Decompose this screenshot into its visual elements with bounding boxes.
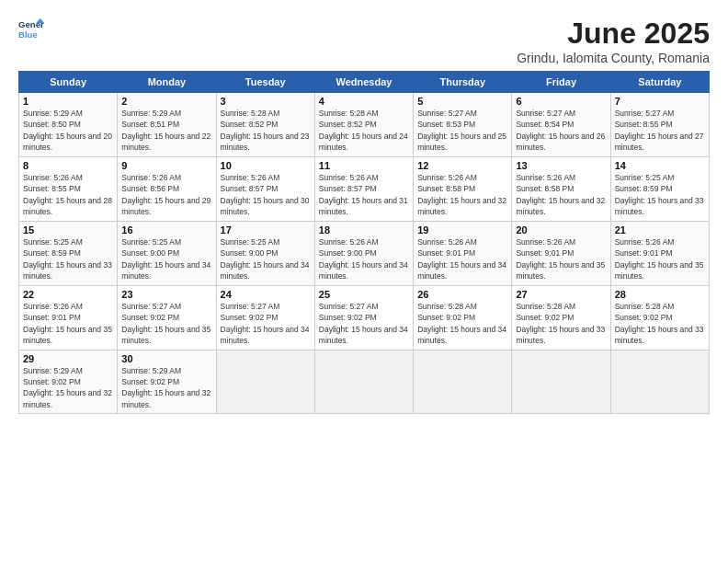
day-cell: 7Sunrise: 5:27 AMSunset: 8:55 PMDaylight… <box>610 93 709 157</box>
header-saturday: Saturday <box>610 72 709 93</box>
day-number: 1 <box>23 96 113 107</box>
day-detail: Sunrise: 5:27 AMSunset: 9:02 PMDaylight:… <box>121 302 210 345</box>
day-detail: Sunrise: 5:26 AMSunset: 9:00 PMDaylight:… <box>319 237 408 281</box>
day-cell: 21Sunrise: 5:26 AMSunset: 9:01 PMDayligh… <box>610 221 709 285</box>
day-number: 12 <box>417 160 507 171</box>
header-friday: Friday <box>512 72 610 93</box>
day-cell: 1Sunrise: 5:29 AMSunset: 8:50 PMDaylight… <box>19 93 118 157</box>
day-cell: 3Sunrise: 5:28 AMSunset: 8:52 PMDaylight… <box>216 93 314 157</box>
day-number: 27 <box>516 289 606 300</box>
day-cell: 18Sunrise: 5:26 AMSunset: 9:00 PMDayligh… <box>314 221 413 285</box>
day-number: 16 <box>121 224 211 236</box>
day-number: 6 <box>516 96 606 107</box>
day-cell: 15Sunrise: 5:25 AMSunset: 8:59 PMDayligh… <box>19 221 118 285</box>
day-cell: 28Sunrise: 5:28 AMSunset: 9:02 PMDayligh… <box>610 285 709 350</box>
day-cell <box>314 350 413 414</box>
day-cell <box>512 350 610 414</box>
day-number: 30 <box>121 353 211 364</box>
day-detail: Sunrise: 5:28 AMSunset: 8:52 PMDaylight:… <box>221 109 310 152</box>
day-detail: Sunrise: 5:29 AMSunset: 8:50 PMDaylight:… <box>23 109 112 152</box>
day-cell: 26Sunrise: 5:28 AMSunset: 9:02 PMDayligh… <box>414 285 512 350</box>
page: General Blue June 2025 Grindu, Ialomita … <box>0 0 728 563</box>
day-cell: 23Sunrise: 5:27 AMSunset: 9:02 PMDayligh… <box>118 285 216 350</box>
day-number: 5 <box>417 96 507 107</box>
day-cell: 17Sunrise: 5:25 AMSunset: 9:00 PMDayligh… <box>216 221 314 285</box>
day-detail: Sunrise: 5:26 AMSunset: 8:58 PMDaylight:… <box>516 173 605 216</box>
day-detail: Sunrise: 5:28 AMSunset: 8:52 PMDaylight:… <box>319 109 408 152</box>
day-detail: Sunrise: 5:26 AMSunset: 9:01 PMDaylight:… <box>23 302 112 345</box>
day-number: 9 <box>121 160 211 171</box>
day-cell <box>414 350 512 414</box>
header-wednesday: Wednesday <box>314 72 413 93</box>
header-thursday: Thursday <box>414 72 512 93</box>
day-cell: 5Sunrise: 5:27 AMSunset: 8:53 PMDaylight… <box>414 93 512 157</box>
day-number: 13 <box>516 160 606 171</box>
day-number: 18 <box>319 224 409 236</box>
day-detail: Sunrise: 5:27 AMSunset: 8:53 PMDaylight:… <box>417 109 506 152</box>
day-detail: Sunrise: 5:25 AMSunset: 8:59 PMDaylight:… <box>615 173 704 216</box>
day-number: 8 <box>23 160 113 171</box>
day-number: 24 <box>221 289 311 300</box>
day-number: 3 <box>221 96 311 107</box>
day-detail: Sunrise: 5:28 AMSunset: 9:02 PMDaylight:… <box>417 302 506 345</box>
day-number: 20 <box>516 224 606 236</box>
day-detail: Sunrise: 5:25 AMSunset: 8:59 PMDaylight:… <box>23 237 112 281</box>
day-number: 23 <box>121 289 211 300</box>
day-number: 17 <box>221 224 311 236</box>
day-detail: Sunrise: 5:27 AMSunset: 9:02 PMDaylight:… <box>319 302 408 345</box>
day-cell: 4Sunrise: 5:28 AMSunset: 8:52 PMDaylight… <box>314 93 413 157</box>
day-cell: 30Sunrise: 5:29 AMSunset: 9:02 PMDayligh… <box>118 350 216 414</box>
day-detail: Sunrise: 5:26 AMSunset: 8:55 PMDaylight:… <box>23 173 112 216</box>
logo-icon: General Blue <box>18 17 44 42</box>
week-row-4: 22Sunrise: 5:26 AMSunset: 9:01 PMDayligh… <box>19 285 710 350</box>
day-number: 10 <box>221 160 311 171</box>
header-tuesday: Tuesday <box>216 72 314 93</box>
day-detail: Sunrise: 5:29 AMSunset: 8:51 PMDaylight:… <box>121 109 210 152</box>
day-cell: 20Sunrise: 5:26 AMSunset: 9:01 PMDayligh… <box>512 221 610 285</box>
day-detail: Sunrise: 5:26 AMSunset: 9:01 PMDaylight:… <box>615 237 704 281</box>
day-number: 11 <box>319 160 409 171</box>
day-cell <box>610 350 709 414</box>
day-number: 28 <box>615 289 705 300</box>
day-number: 21 <box>615 224 705 236</box>
day-number: 14 <box>615 160 705 171</box>
day-cell: 24Sunrise: 5:27 AMSunset: 9:02 PMDayligh… <box>216 285 314 350</box>
day-cell: 19Sunrise: 5:26 AMSunset: 9:01 PMDayligh… <box>414 221 512 285</box>
day-detail: Sunrise: 5:29 AMSunset: 9:02 PMDaylight:… <box>23 366 112 409</box>
day-cell: 22Sunrise: 5:26 AMSunset: 9:01 PMDayligh… <box>19 285 118 350</box>
day-cell: 11Sunrise: 5:26 AMSunset: 8:57 PMDayligh… <box>314 156 413 221</box>
day-cell: 9Sunrise: 5:26 AMSunset: 8:56 PMDaylight… <box>118 156 216 221</box>
day-detail: Sunrise: 5:26 AMSunset: 8:57 PMDaylight:… <box>221 173 310 216</box>
day-detail: Sunrise: 5:25 AMSunset: 9:00 PMDaylight:… <box>121 237 210 281</box>
main-title: June 2025 <box>517 17 710 51</box>
day-detail: Sunrise: 5:27 AMSunset: 8:54 PMDaylight:… <box>516 109 605 152</box>
day-detail: Sunrise: 5:26 AMSunset: 9:01 PMDaylight:… <box>417 237 506 281</box>
day-detail: Sunrise: 5:26 AMSunset: 8:57 PMDaylight:… <box>319 173 408 216</box>
calendar-table: Sunday Monday Tuesday Wednesday Thursday… <box>18 71 710 414</box>
day-number: 4 <box>319 96 409 107</box>
day-number: 22 <box>23 289 113 300</box>
day-detail: Sunrise: 5:27 AMSunset: 8:55 PMDaylight:… <box>615 109 704 152</box>
header: General Blue June 2025 Grindu, Ialomita … <box>18 17 710 65</box>
day-cell: 13Sunrise: 5:26 AMSunset: 8:58 PMDayligh… <box>512 156 610 221</box>
weekday-header-row: Sunday Monday Tuesday Wednesday Thursday… <box>19 72 710 93</box>
day-number: 7 <box>615 96 705 107</box>
logo: General Blue <box>18 17 44 42</box>
day-detail: Sunrise: 5:28 AMSunset: 9:02 PMDaylight:… <box>516 302 605 345</box>
day-cell: 27Sunrise: 5:28 AMSunset: 9:02 PMDayligh… <box>512 285 610 350</box>
svg-text:Blue: Blue <box>18 29 38 40</box>
week-row-2: 8Sunrise: 5:26 AMSunset: 8:55 PMDaylight… <box>19 156 710 221</box>
week-row-5: 29Sunrise: 5:29 AMSunset: 9:02 PMDayligh… <box>19 350 710 414</box>
day-cell: 10Sunrise: 5:26 AMSunset: 8:57 PMDayligh… <box>216 156 314 221</box>
day-detail: Sunrise: 5:27 AMSunset: 9:02 PMDaylight:… <box>221 302 310 345</box>
day-cell: 12Sunrise: 5:26 AMSunset: 8:58 PMDayligh… <box>414 156 512 221</box>
header-sunday: Sunday <box>19 72 118 93</box>
title-block: June 2025 Grindu, Ialomita County, Roman… <box>517 17 710 65</box>
week-row-1: 1Sunrise: 5:29 AMSunset: 8:50 PMDaylight… <box>19 93 710 157</box>
day-cell: 16Sunrise: 5:25 AMSunset: 9:00 PMDayligh… <box>118 221 216 285</box>
day-cell <box>216 350 314 414</box>
day-number: 15 <box>23 224 113 236</box>
day-detail: Sunrise: 5:25 AMSunset: 9:00 PMDaylight:… <box>221 237 310 281</box>
day-number: 29 <box>23 353 113 364</box>
day-detail: Sunrise: 5:26 AMSunset: 9:01 PMDaylight:… <box>516 237 605 281</box>
